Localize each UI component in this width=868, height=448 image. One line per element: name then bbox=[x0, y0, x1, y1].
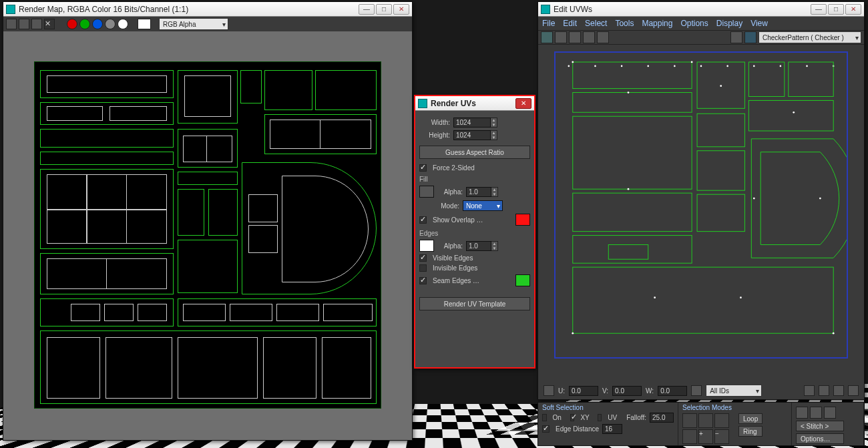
save-icon[interactable] bbox=[6, 19, 17, 29]
weld-icon[interactable] bbox=[796, 407, 808, 419]
delete-icon[interactable]: ✕ bbox=[44, 19, 55, 29]
v-input[interactable] bbox=[612, 386, 642, 396]
scale-tool-icon[interactable] bbox=[569, 31, 581, 43]
w-input[interactable] bbox=[658, 386, 687, 396]
showmap-icon[interactable] bbox=[730, 31, 742, 43]
zoom-icon[interactable] bbox=[819, 385, 829, 396]
spinner-arrows-icon[interactable]: ▲▼ bbox=[491, 187, 498, 197]
seam-color-swatch[interactable] bbox=[515, 274, 530, 286]
mirror-tool-icon[interactable] bbox=[597, 31, 609, 43]
edge-distance-input[interactable] bbox=[602, 424, 622, 434]
move-tool-icon[interactable] bbox=[541, 31, 553, 43]
break-icon[interactable] bbox=[810, 407, 822, 419]
fill-alpha-spinner[interactable]: ▲▼ bbox=[466, 187, 498, 197]
overlap-color-swatch[interactable] bbox=[515, 214, 530, 226]
menu-display[interactable]: Display bbox=[716, 19, 742, 28]
close-button[interactable]: ✕ bbox=[515, 98, 531, 109]
ids-dropdown[interactable]: All IDs bbox=[706, 385, 762, 397]
soft-on-checkbox[interactable] bbox=[542, 414, 547, 421]
close-button[interactable]: ✕ bbox=[393, 4, 409, 15]
channel-green-icon[interactable] bbox=[79, 19, 90, 29]
channel-blue-icon[interactable] bbox=[92, 19, 103, 29]
minimize-button[interactable]: — bbox=[359, 4, 375, 15]
maximize-button[interactable]: □ bbox=[828, 4, 844, 15]
menu-tools[interactable]: Tools bbox=[615, 19, 634, 28]
spinner-arrows-icon[interactable]: ▲▼ bbox=[491, 118, 497, 128]
xy-radio[interactable] bbox=[570, 414, 575, 421]
spinner-arrows-icon[interactable]: ▲▼ bbox=[491, 130, 497, 140]
fill-alpha-input[interactable] bbox=[466, 187, 491, 197]
menu-view[interactable]: View bbox=[750, 19, 768, 28]
ring-button[interactable]: Ring bbox=[738, 426, 763, 437]
clone-icon[interactable] bbox=[31, 19, 42, 29]
height-spinner[interactable]: ▲▼ bbox=[453, 130, 497, 140]
brush-icon[interactable] bbox=[691, 385, 702, 396]
zoom-region-icon[interactable] bbox=[833, 385, 844, 396]
falloff-input[interactable] bbox=[650, 413, 674, 423]
freeform-tool-icon[interactable] bbox=[583, 31, 595, 43]
edge-distance-checkbox[interactable] bbox=[542, 425, 550, 433]
menu-file[interactable]: File bbox=[542, 19, 555, 28]
minus-mode-icon[interactable]: − bbox=[714, 429, 729, 444]
menu-select[interactable]: Select bbox=[585, 19, 607, 28]
uv-toggle-icon[interactable] bbox=[744, 31, 756, 43]
channel-red-icon[interactable] bbox=[67, 19, 77, 29]
height-input[interactable] bbox=[453, 130, 491, 140]
zoom-extents-icon[interactable] bbox=[848, 385, 859, 396]
menu-edit[interactable]: Edit bbox=[563, 19, 577, 28]
render-map-canvas[interactable] bbox=[34, 61, 381, 409]
uv-radio[interactable] bbox=[598, 414, 602, 421]
render-uvs-titlebar[interactable]: Render UVs ✕ bbox=[415, 96, 534, 111]
width-input[interactable] bbox=[453, 118, 491, 128]
texture-dropdown[interactable]: CheckerPattern ( Checker ) bbox=[758, 31, 861, 43]
seam-edges-checkbox[interactable] bbox=[419, 277, 427, 284]
width-spinner[interactable]: ▲▼ bbox=[453, 118, 497, 128]
channel-dropdown[interactable]: RGB Alpha bbox=[159, 18, 228, 30]
edges-alpha-input[interactable] bbox=[466, 241, 491, 251]
edit-uvws-viewport[interactable] bbox=[541, 46, 861, 384]
u-input[interactable] bbox=[569, 386, 598, 396]
edges-alpha-spinner[interactable]: ▲▼ bbox=[466, 241, 498, 251]
plus-mode-icon[interactable]: + bbox=[698, 429, 713, 444]
force-2sided-checkbox[interactable] bbox=[419, 164, 427, 172]
loop-button[interactable]: Loop bbox=[738, 413, 763, 424]
show-overlap-checkbox[interactable] bbox=[419, 216, 427, 224]
close-button[interactable]: ✕ bbox=[845, 4, 861, 15]
app-icon bbox=[418, 99, 427, 108]
lock-icon[interactable] bbox=[544, 385, 554, 396]
minimize-button[interactable]: — bbox=[811, 4, 827, 15]
selection-mode-icons[interactable]: + − bbox=[682, 413, 736, 444]
element-mode-icon[interactable] bbox=[682, 429, 697, 444]
svg-rect-19 bbox=[789, 62, 833, 97]
render-uvs-title: Render UVs bbox=[431, 99, 515, 108]
pan-icon[interactable] bbox=[804, 385, 815, 396]
copy-icon[interactable] bbox=[19, 19, 29, 29]
soft-on-label: On bbox=[553, 414, 562, 421]
svg-point-9 bbox=[806, 65, 808, 67]
options-button[interactable]: Options… bbox=[796, 433, 844, 444]
color-swatch[interactable] bbox=[138, 19, 151, 29]
channel-alpha-icon[interactable] bbox=[118, 19, 128, 29]
face-mode-icon[interactable] bbox=[714, 413, 729, 428]
fill-color-swatch[interactable] bbox=[419, 186, 434, 198]
render-uv-template-button[interactable]: Render UV Template bbox=[419, 297, 530, 310]
menu-options[interactable]: Options bbox=[680, 19, 708, 28]
menu-mapping[interactable]: Mapping bbox=[642, 19, 672, 28]
render-map-titlebar[interactable]: Render Map, RGBA Color 16 Bits/Channel (… bbox=[3, 2, 412, 17]
visible-edges-checkbox[interactable] bbox=[419, 254, 427, 262]
spinner-arrows-icon[interactable]: ▲▼ bbox=[491, 241, 498, 251]
vertex-mode-icon[interactable] bbox=[682, 413, 697, 428]
invisible-edges-checkbox[interactable] bbox=[419, 264, 427, 272]
svg-point-33 bbox=[753, 198, 755, 200]
channel-mono-icon[interactable] bbox=[105, 19, 116, 29]
edges-color-swatch[interactable] bbox=[419, 240, 434, 252]
mode-dropdown[interactable]: None bbox=[463, 200, 503, 211]
guess-aspect-button[interactable]: Guess Aspect Ratio bbox=[419, 146, 530, 159]
edit-uvws-titlebar[interactable]: Edit UVWs — □ ✕ bbox=[538, 2, 864, 17]
svg-point-3 bbox=[647, 65, 649, 67]
maximize-button[interactable]: □ bbox=[376, 4, 392, 15]
rotate-tool-icon[interactable] bbox=[555, 31, 567, 43]
stitch-button[interactable]: < Stitch > bbox=[796, 421, 844, 431]
detach-icon[interactable] bbox=[824, 407, 836, 419]
edge-mode-icon[interactable] bbox=[698, 413, 713, 428]
